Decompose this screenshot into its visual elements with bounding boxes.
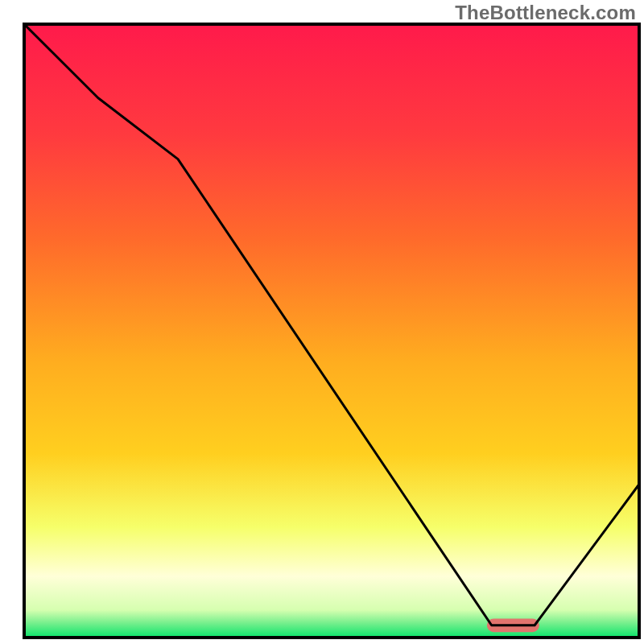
bottleneck-chart: [0, 0, 644, 644]
watermark-text: TheBottleneck.com: [455, 2, 636, 24]
chart-background: [24, 24, 639, 638]
chart-frame: TheBottleneck.com: [0, 0, 644, 644]
